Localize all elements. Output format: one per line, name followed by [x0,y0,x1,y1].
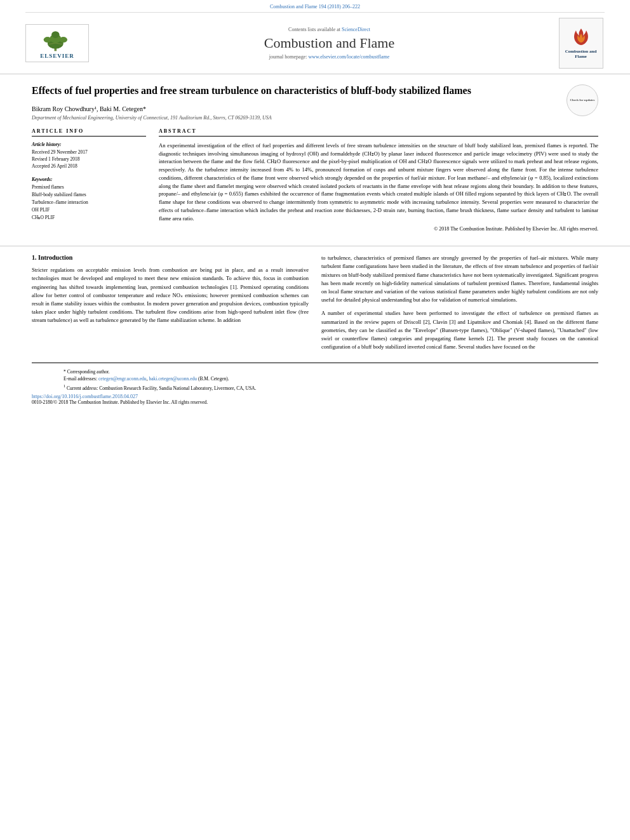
body-left-col: 1. Introduction Stricter regulations on … [32,254,309,356]
elsevier-logo: ELSEVIER [25,24,102,62]
keywords-list: Premixed flames Bluff-body stabilized fl… [32,183,146,222]
journal-homepage: journal homepage: www.elsevier.com/locat… [102,54,557,60]
article-main: Effects of fuel properties and free stre… [0,74,630,238]
page: Combustion and Flame 194 (2018) 206–222 [0,0,630,840]
email1-link[interactable]: cetegen@engr.uconn.edu [98,376,147,382]
keyword-5: CH₂O PLIF [32,214,146,222]
article-info-col: ARTICLE INFO Article history: Received 2… [32,128,146,232]
abstract-text: An experimental investigation of the eff… [159,142,598,223]
journal-title-block: Contents lists available at ScienceDirec… [102,27,557,60]
check-updates-label: Check for updates [570,98,594,102]
journal-banner: ELSEVIER Contents lists available at Sci… [25,12,605,74]
abstract-col: ABSTRACT An experimental investigation o… [159,128,598,232]
copyright: © 2018 The Combustion Institute. Publish… [159,226,598,232]
svg-point-3 [51,31,59,38]
footnote-area: * Corresponding author. E-mail addresses… [32,363,598,391]
authors: Bikram Roy Chowdhury¹, Baki M. Cetegen* [32,105,598,112]
journal-badge: Combustion and Flame [557,18,605,69]
check-updates-badge: Check for updates [566,84,598,116]
affiliation: Department of Mechanical Engineering, Un… [32,115,598,121]
journal-header: Combustion and Flame 194 (2018) 206–222 [0,0,630,74]
body-right-col: to turbulence, characteristics of premix… [321,254,598,356]
keywords-label: Keywords: [32,177,146,182]
issn-text: 0010-2180/© 2018 The Combustion Institut… [32,399,208,405]
body-content: 1. Introduction Stricter regulations on … [0,254,630,356]
homepage-link[interactable]: www.elsevier.com/locate/combustflame [308,54,389,60]
divider [0,246,630,246]
badge-container: Combustion and Flame [559,18,603,69]
authors-text: Bikram Roy Chowdhury¹, Baki M. Cetegen* [32,105,146,112]
elsevier-tree-icon [35,27,79,53]
intro-paragraph-2: to turbulence, characteristics of premix… [321,254,598,304]
logo-container: ELSEVIER [25,24,89,62]
revised-date: Revised 1 February 2018 [32,156,146,163]
email-addresses: E-mail addresses: cetegen@engr.uconn.edu… [64,375,566,382]
keyword-1: Premixed flames [32,183,146,191]
corresponding-author: * Corresponding author. [64,368,566,375]
volume-text: Combustion and Flame 194 (2018) 206–222 [270,4,360,10]
article-history: Article history: Received 29 November 20… [32,142,146,170]
intro-heading: 1. Introduction [32,254,309,261]
flame-icon [572,27,591,46]
article-info-label: ARTICLE INFO [32,128,146,137]
intro-paragraph-3: A number of experimental studies have be… [321,309,598,351]
elsevier-wordmark: ELSEVIER [40,53,74,59]
email2-link[interactable]: baki.cetegen@uconn.edu [149,376,197,382]
sciencedirect-link[interactable]: ScienceDirect [342,27,370,32]
doi-link[interactable]: https://doi.org/10.1016/j.combustflame.2… [32,394,138,399]
journal-title: Combustion and Flame [102,35,557,51]
accepted-date: Accepted 26 April 2018 [32,163,146,170]
badge-journal-name: Combustion and Flame [562,49,600,60]
svg-point-5 [60,37,67,43]
received-date: Received 29 November 2017 [32,149,146,156]
abstract-label: ABSTRACT [159,128,598,137]
keyword-3: Turbulence–flame interaction [32,199,146,206]
article-title-block: Effects of fuel properties and free stre… [32,84,598,98]
contents-available: Contents lists available at ScienceDirec… [102,27,557,32]
history-label: Article history: [32,142,146,147]
article-info-abstract: ARTICLE INFO Article history: Received 2… [32,128,598,232]
keyword-2: Bluff-body stabilized flames [32,191,146,199]
keywords-section: Keywords: Premixed flames Bluff-body sta… [32,177,146,222]
article-title-text: Effects of fuel properties and free stre… [32,85,471,96]
keyword-4: OH PLIF [32,206,146,214]
current-address: 1 Current address: Combustion Research F… [64,383,566,392]
svg-point-4 [44,37,51,43]
footer: https://doi.org/10.1016/j.combustflame.2… [0,391,630,408]
intro-paragraph-1: Stricter regulations on acceptable emiss… [32,266,309,324]
volume-info: Combustion and Flame 194 (2018) 206–222 [25,0,605,12]
